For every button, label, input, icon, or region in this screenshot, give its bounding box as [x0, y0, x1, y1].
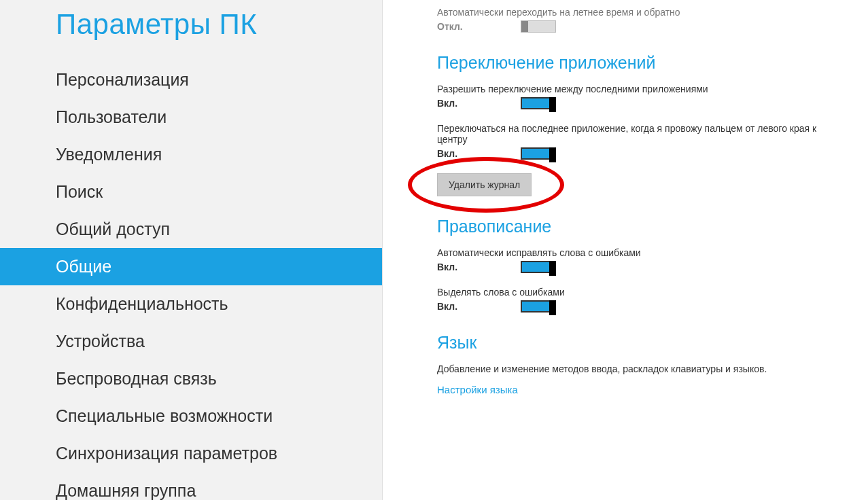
app-switching-title: Переключение приложений	[437, 53, 841, 73]
highlight-toggle-label: Вкл.	[437, 301, 521, 312]
allow-switch-description: Разрешить переключение между последними …	[437, 84, 841, 94]
sidebar-title: Параметры ПК	[0, 8, 382, 41]
settings-sidebar: Параметры ПК Персонализация Пользователи…	[0, 0, 383, 500]
edge-swipe-toggle-label: Вкл.	[437, 148, 521, 159]
highlight-toggle-row: Вкл.	[437, 300, 841, 312]
allow-switch-setting: Разрешить переключение между последними …	[437, 84, 841, 109]
sidebar-item-general[interactable]: Общие	[0, 248, 382, 285]
sidebar-item-search[interactable]: Поиск	[0, 173, 382, 211]
highlight-description: Выделять слова с ошибками	[437, 287, 841, 298]
sidebar-item-devices[interactable]: Устройства	[0, 323, 382, 360]
spelling-title: Правописание	[437, 217, 841, 236]
sidebar-item-wireless[interactable]: Беспроводная связь	[0, 360, 382, 397]
app-switching-section: Переключение приложений Разрешить перекл…	[437, 53, 841, 196]
allow-switch-toggle[interactable]	[521, 97, 556, 109]
dst-setting: Автоматически переходить на летнее время…	[437, 7, 841, 33]
dst-toggle[interactable]	[521, 20, 556, 33]
sidebar-item-accessibility[interactable]: Специальные возможности	[0, 397, 382, 435]
edge-swipe-toggle-row: Вкл.	[437, 147, 841, 160]
delete-history-wrap: Удалить журнал	[437, 173, 841, 196]
sidebar-item-homegroup[interactable]: Домашняя группа	[0, 472, 382, 500]
edge-swipe-description: Переключаться на последнее приложение, к…	[437, 123, 841, 145]
edge-swipe-toggle[interactable]	[521, 147, 556, 160]
sidebar-item-privacy[interactable]: Конфиденциальность	[0, 285, 382, 323]
sidebar-item-share[interactable]: Общий доступ	[0, 211, 382, 248]
spelling-section: Правописание Автоматически исправлять сл…	[437, 217, 841, 312]
highlight-toggle[interactable]	[521, 300, 556, 312]
allow-switch-toggle-row: Вкл.	[437, 97, 841, 109]
highlight-setting: Выделять слова с ошибками Вкл.	[437, 287, 841, 312]
autocorrect-toggle-label: Вкл.	[437, 262, 521, 272]
language-settings-link[interactable]: Настройки языка	[437, 384, 518, 395]
autocorrect-toggle[interactable]	[521, 261, 556, 273]
allow-switch-toggle-label: Вкл.	[437, 98, 521, 109]
sidebar-item-sync[interactable]: Синхронизация параметров	[0, 435, 382, 472]
dst-toggle-row: Откл.	[437, 20, 841, 33]
autocorrect-toggle-row: Вкл.	[437, 261, 841, 273]
language-description: Добавление и изменение методов ввода, ра…	[437, 363, 841, 374]
edge-swipe-setting: Переключаться на последнее приложение, к…	[437, 123, 841, 160]
sidebar-item-notifications[interactable]: Уведомления	[0, 136, 382, 173]
delete-history-button[interactable]: Удалить журнал	[437, 173, 532, 196]
language-section: Язык Добавление и изменение методов ввод…	[437, 333, 841, 396]
autocorrect-description: Автоматически исправлять слова с ошибкам…	[437, 247, 841, 258]
dst-description: Автоматически переходить на летнее время…	[437, 7, 841, 18]
dst-toggle-label: Откл.	[437, 21, 521, 32]
settings-content: Автоматически переходить на летнее время…	[383, 0, 868, 500]
language-title: Язык	[437, 333, 841, 353]
autocorrect-setting: Автоматически исправлять слова с ошибкам…	[437, 247, 841, 273]
sidebar-item-personalize[interactable]: Персонализация	[0, 61, 382, 99]
sidebar-item-users[interactable]: Пользователи	[0, 99, 382, 136]
